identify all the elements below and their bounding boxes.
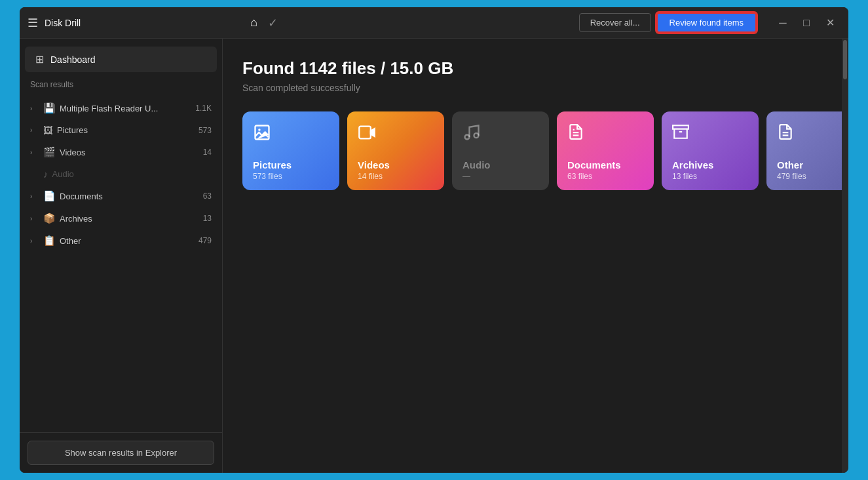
check-icon[interactable]: ✓ <box>268 16 278 30</box>
archives-card-text: Archives 13 files <box>672 155 748 181</box>
pictures-card-name: Pictures <box>253 159 329 170</box>
tree-count-documents: 63 <box>203 191 212 201</box>
documents-card-icon <box>567 123 643 145</box>
chevron-right-icon: › <box>30 237 39 245</box>
tree-label-audio: Audio <box>52 169 208 179</box>
tree-label-videos: Videos <box>60 148 199 157</box>
scan-results-label: Scan results <box>20 75 222 92</box>
tree-count-other: 479 <box>198 236 212 245</box>
tree-label-flash: Multiple Flash Reader U... <box>60 104 191 113</box>
pictures-icon: 🖼 <box>43 125 53 136</box>
archives-card-files: 13 files <box>672 172 748 181</box>
sidebar-bottom: Show scan results in Explorer <box>20 432 222 473</box>
other-card-files: 479 files <box>777 172 842 181</box>
sidebar-item-audio: ♪ Audio <box>20 163 222 185</box>
tree-label-documents: Documents <box>60 191 199 201</box>
hamburger-icon[interactable]: ☰ <box>28 16 38 30</box>
tree-label-pictures: Pictures <box>57 125 195 135</box>
videos-card-name: Videos <box>358 159 434 170</box>
other-card-icon <box>777 123 842 145</box>
minimize-button[interactable]: ─ <box>772 12 793 33</box>
sidebar-item-pictures[interactable]: › 🖼 Pictures 573 <box>20 119 222 141</box>
videos-card-text: Videos 14 files <box>358 155 434 181</box>
svg-point-4 <box>465 135 470 140</box>
archives-card-icon <box>672 123 748 145</box>
home-icon[interactable]: ⌂ <box>250 16 257 30</box>
tree-count-flash: 1.1K <box>195 104 212 113</box>
svg-point-5 <box>474 133 479 138</box>
documents-card-text: Documents 63 files <box>567 155 643 181</box>
category-card-archives[interactable]: Archives 13 files <box>662 111 759 190</box>
svg-rect-2 <box>359 127 371 139</box>
documents-card-files: 63 files <box>567 172 643 181</box>
dashboard-label: Dashboard <box>50 54 96 65</box>
window-controls: ─ □ ✕ <box>772 12 840 33</box>
category-card-audio[interactable]: Audio — <box>452 111 549 190</box>
documents-card-name: Documents <box>567 159 643 170</box>
videos-card-icon <box>358 123 434 146</box>
tree-label-other: Other <box>60 236 195 246</box>
chevron-right-icon: › <box>30 193 39 200</box>
other-card-text: Other 479 files <box>777 155 842 181</box>
category-card-pictures[interactable]: Pictures 573 files <box>242 111 339 190</box>
recover-all-button[interactable]: Recover all... <box>579 13 651 32</box>
audio-icon: ♪ <box>43 169 48 180</box>
sidebar-item-videos[interactable]: › 🎬 Videos 14 <box>20 141 222 163</box>
sidebar-nav: ⊞ Dashboard Scan results <box>20 39 222 97</box>
title-bar-left: ☰ Disk Drill <box>28 16 237 30</box>
title-bar-center: ⌂ ✓ <box>237 16 579 30</box>
sidebar-item-flash[interactable]: › 💾 Multiple Flash Reader U... 1.1K <box>20 97 222 119</box>
tree-count-pictures: 573 <box>198 126 212 135</box>
maximize-button[interactable]: □ <box>796 12 817 33</box>
audio-card-text: Audio — <box>462 155 538 181</box>
pictures-card-files: 573 files <box>253 172 329 181</box>
sidebar-item-archives[interactable]: › 📦 Archives 13 <box>20 207 222 230</box>
title-bar-right: Recover all... Review found items ─ □ ✕ <box>579 12 840 33</box>
title-bar: ☰ Disk Drill ⌂ ✓ Recover all... Review f… <box>20 7 848 39</box>
right-scrollbar[interactable] <box>842 39 848 473</box>
svg-rect-8 <box>673 125 689 129</box>
pictures-card-text: Pictures 573 files <box>253 155 329 181</box>
other-icon: 📋 <box>43 235 56 247</box>
pictures-card-icon <box>253 123 329 146</box>
app-window: ☰ Disk Drill ⌂ ✓ Recover all... Review f… <box>20 7 848 473</box>
app-body: ⊞ Dashboard Scan results › 💾 Multiple Fl… <box>20 39 848 473</box>
audio-card-files: — <box>462 172 538 181</box>
sidebar-item-other[interactable]: › 📋 Other 479 <box>20 230 222 252</box>
archives-icon: 📦 <box>43 212 56 224</box>
sidebar-item-dashboard[interactable]: ⊞ Dashboard <box>25 47 217 72</box>
svg-point-1 <box>258 129 261 131</box>
tree-count-archives: 13 <box>203 214 212 223</box>
audio-card-icon <box>462 123 538 146</box>
grid-icon: ⊞ <box>35 53 44 66</box>
chevron-right-icon: › <box>30 215 39 222</box>
videos-icon: 🎬 <box>43 146 56 158</box>
audio-card-name: Audio <box>462 159 538 170</box>
drive-icon: 💾 <box>43 102 56 114</box>
documents-icon: 📄 <box>43 190 56 202</box>
show-explorer-button[interactable]: Show scan results in Explorer <box>28 441 214 465</box>
category-card-other[interactable]: Other 479 files <box>766 111 842 190</box>
sidebar: ⊞ Dashboard Scan results › 💾 Multiple Fl… <box>20 39 223 473</box>
other-card-name: Other <box>777 159 842 170</box>
videos-card-files: 14 files <box>358 172 434 181</box>
scan-status: Scan completed successfully <box>242 83 822 93</box>
chevron-right-icon: › <box>30 105 39 112</box>
sidebar-section: › 💾 Multiple Flash Reader U... 1.1K › 🖼 … <box>20 97 222 432</box>
category-cards: Pictures 573 files Videos 14 files <box>242 111 822 190</box>
tree-count-videos: 14 <box>203 148 212 157</box>
svg-marker-3 <box>371 129 375 136</box>
scrollbar-thumb[interactable] <box>843 40 847 79</box>
main-content: Found 1142 files / 15.0 GB Scan complete… <box>223 39 842 473</box>
archives-card-name: Archives <box>672 159 748 170</box>
review-found-items-button[interactable]: Review found items <box>656 12 757 33</box>
sidebar-item-documents[interactable]: › 📄 Documents 63 <box>20 185 222 207</box>
found-title: Found 1142 files / 15.0 GB <box>242 58 822 79</box>
chevron-right-icon: › <box>30 127 39 134</box>
category-card-documents[interactable]: Documents 63 files <box>557 111 654 190</box>
tree-label-archives: Archives <box>60 214 199 224</box>
category-card-videos[interactable]: Videos 14 files <box>347 111 444 190</box>
close-button[interactable]: ✕ <box>820 12 840 33</box>
app-title: Disk Drill <box>45 18 81 28</box>
chevron-right-icon: › <box>30 149 39 156</box>
